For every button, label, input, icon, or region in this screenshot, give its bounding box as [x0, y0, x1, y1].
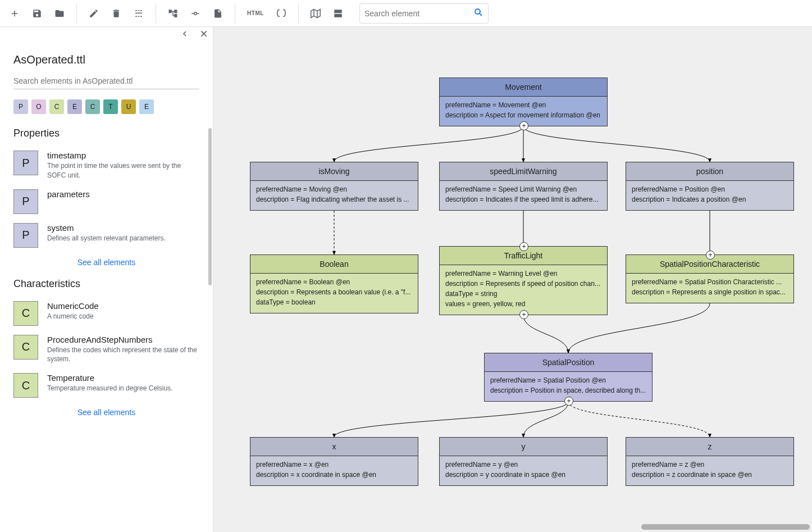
item-name: system — [47, 223, 199, 233]
item-badge: C — [13, 373, 38, 398]
node-title: y — [440, 438, 607, 456]
new-button[interactable] — [4, 3, 25, 24]
sidebar-item-parameters[interactable]: P parameters — [0, 185, 213, 219]
node-property-line: dataType = string — [445, 290, 601, 298]
node-speedLimitWarning[interactable]: speedLimitWarningpreferredName = Speed L… — [439, 162, 608, 211]
node-property-line: preferredName = Warning Level @en — [445, 270, 601, 278]
node-property-line: description = Represents a boolean value… — [256, 288, 412, 296]
item-badge: P — [13, 151, 38, 175]
filter-chip-p-0[interactable]: P — [13, 99, 28, 114]
node-property-line: values = green, yellow, red — [445, 300, 601, 308]
node-property-line: description = Position in space, describ… — [490, 387, 646, 394]
item-name: ProcedureAndStepNumbers — [47, 335, 199, 344]
horizontal-scrollbar[interactable] — [641, 524, 810, 530]
port-add-bottom[interactable]: + — [519, 121, 528, 130]
commit-button[interactable] — [185, 3, 206, 24]
item-badge: C — [13, 301, 38, 326]
edge-spatialPosition-y — [523, 402, 568, 437]
search-element-input[interactable] — [364, 9, 473, 18]
node-x[interactable]: xpreferredName = x @endescription = x co… — [250, 437, 418, 486]
node-property-line: preferredName = Spatial Position Charact… — [632, 278, 788, 286]
node-property-line: preferredName = Boolean @en — [256, 278, 412, 286]
node-title: Movement — [440, 78, 607, 97]
scrollbar[interactable] — [208, 128, 212, 285]
svg-rect-7 — [334, 13, 342, 17]
node-trafficLight[interactable]: TrafficLightpreferredName = Warning Leve… — [439, 246, 608, 315]
filter-chip-c-4[interactable]: C — [85, 99, 100, 114]
node-property-line: description = Represents if speed of pos… — [445, 280, 601, 288]
node-property-line: description = x coordinate in space @en — [256, 471, 412, 479]
node-body: preferredName = Speed Limit Warning @end… — [440, 181, 607, 210]
port-add-top[interactable]: + — [519, 242, 528, 251]
page-title: AsOperated.ttl — [13, 53, 199, 66]
sidebar-item-numericcode[interactable]: C NumericCode A numeric code — [0, 297, 213, 330]
node-property-line: preferredName = Spatial Position @en — [490, 376, 646, 384]
save-button[interactable] — [27, 3, 47, 24]
separator — [76, 3, 77, 24]
svg-line-9 — [480, 13, 482, 16]
node-boolean[interactable]: BooleanpreferredName = Boolean @endescri… — [250, 254, 418, 313]
diagram-canvas[interactable]: MovementpreferredName = Movement @endesc… — [213, 27, 812, 532]
node-body: preferredName = Spatial Position Charact… — [626, 274, 793, 303]
edge-movement-position — [523, 126, 710, 162]
node-z[interactable]: zpreferredName = z @endescription = z co… — [626, 437, 794, 486]
filter-chip-c-2[interactable]: C — [49, 99, 64, 114]
json-button[interactable] — [271, 3, 291, 24]
search-element-box[interactable] — [359, 3, 489, 24]
close-sidebar-button[interactable] — [199, 29, 208, 40]
search-icon — [473, 7, 483, 19]
node-property-line: dataType = boolean — [256, 298, 412, 306]
node-property-line: preferredName = z @en — [632, 461, 788, 469]
sidebar-item-procedureandstepnumbers[interactable]: C ProcedureAndStepNumbers Defines the co… — [0, 330, 213, 369]
folder-button[interactable] — [49, 3, 70, 24]
filter-chip-e-3[interactable]: E — [67, 99, 82, 114]
view-button[interactable] — [328, 3, 348, 24]
filter-chip-t-5[interactable]: T — [103, 99, 118, 114]
node-property-line: description = Aspect for movement inform… — [445, 111, 601, 119]
sidebar-item-system[interactable]: P system Defines all system relevant par… — [0, 219, 213, 252]
edge-trafficLight-spatialPosition — [523, 315, 568, 353]
node-title: x — [250, 438, 418, 456]
node-body: preferredName = Boolean @endescription =… — [250, 274, 418, 313]
layout-button[interactable] — [163, 3, 183, 24]
port-add-top[interactable]: + — [706, 251, 715, 260]
item-desc: The point in time the values were sent b… — [47, 161, 199, 180]
item-badge: C — [13, 335, 38, 360]
collapse-button[interactable] — [129, 3, 149, 24]
sidebar: AsOperated.ttl POCECTUE PropertiesP time… — [0, 27, 213, 532]
filter-chip-o-1[interactable]: O — [31, 99, 46, 114]
node-spatialPosition[interactable]: SpatialPositionpreferredName = Spatial P… — [484, 353, 653, 402]
node-property-line: preferredName = Position @en — [632, 185, 788, 193]
edit-button[interactable] — [84, 3, 104, 24]
node-title: position — [626, 162, 793, 181]
item-name: Temperature — [47, 373, 199, 383]
sidebar-item-timestamp[interactable]: P timestamp The point in time the values… — [0, 146, 213, 185]
toolbar: HTML — [0, 0, 812, 27]
item-desc: Defines all system relevant parameters. — [47, 234, 199, 243]
node-title: speedLimitWarning — [440, 162, 607, 181]
sidebar-search-input[interactable] — [13, 73, 199, 89]
filter-chip-e-7[interactable]: E — [139, 99, 154, 114]
item-badge: P — [13, 223, 38, 248]
node-property-line: description = Represents a single positi… — [632, 288, 788, 296]
see-all-characteristics[interactable]: See all elements — [0, 402, 213, 428]
svg-point-0 — [194, 12, 197, 15]
node-isMoving[interactable]: isMovingpreferredName = Moving @endescri… — [250, 162, 418, 211]
collapse-sidebar-button[interactable] — [180, 29, 189, 40]
delete-button[interactable] — [106, 3, 126, 24]
map-button[interactable] — [305, 3, 326, 24]
sidebar-item-temperature[interactable]: C Temperature Temperature measured in de… — [0, 369, 213, 402]
document-button[interactable] — [208, 3, 228, 24]
see-all-properties[interactable]: See all elements — [0, 252, 213, 278]
node-property-line: description = z coordinate in space @en — [632, 471, 788, 479]
port-add-bottom[interactable]: + — [564, 397, 573, 406]
node-y[interactable]: ypreferredName = y @endescription = y co… — [439, 437, 608, 486]
node-property-line: description = Indicates a position @en — [632, 195, 788, 203]
svg-point-8 — [475, 9, 480, 14]
node-position[interactable]: positionpreferredName = Position @endesc… — [626, 162, 794, 211]
node-movement[interactable]: MovementpreferredName = Movement @endesc… — [439, 78, 608, 126]
port-add-bottom[interactable]: + — [519, 310, 528, 319]
html-button[interactable]: HTML — [242, 3, 269, 24]
filter-chip-u-6[interactable]: U — [121, 99, 136, 114]
node-spatialPosChar[interactable]: SpatialPositionCharacteristicpreferredNa… — [626, 254, 794, 303]
